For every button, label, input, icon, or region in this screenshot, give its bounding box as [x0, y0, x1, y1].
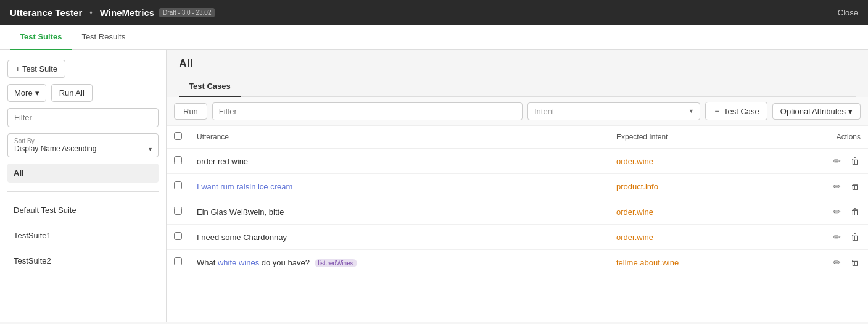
intent-cell: order.wine	[609, 149, 794, 174]
col-expected-intent: Expected Intent	[609, 126, 794, 149]
edit-button[interactable]: ✏	[832, 206, 842, 218]
header-separator: •	[89, 8, 93, 17]
main-layout: + Test Suite More ▾ Run All Sort By Disp…	[0, 50, 868, 322]
edit-button[interactable]: ✏	[832, 231, 842, 243]
select-all-checkbox[interactable]	[174, 132, 182, 140]
sidebar-more-actions: More ▾ Run All	[7, 84, 159, 102]
sidebar: + Test Suite More ▾ Run All Sort By Disp…	[0, 50, 167, 322]
table-row: I want rum raisin ice cream product.info…	[167, 174, 868, 199]
row-checkbox[interactable]	[174, 156, 182, 164]
actions-cell: ✏ 🗑	[801, 231, 861, 243]
plus-icon: ＋	[713, 106, 721, 117]
more-label: More	[14, 88, 33, 98]
sidebar-item-default[interactable]: Default Test Suite	[7, 201, 159, 220]
top-tabs: Test Suites Test Results	[0, 25, 868, 50]
delete-button[interactable]: 🗑	[849, 231, 861, 243]
actions-cell: ✏ 🗑	[801, 206, 861, 218]
utterance-link[interactable]: white wines	[218, 258, 259, 267]
app-name: WineMetrics	[100, 7, 154, 18]
utterance-cell: I want rum raisin ice cream	[189, 174, 609, 199]
table-body: order red wine order.wine ✏ 🗑	[167, 149, 868, 275]
sidebar-item-suite2[interactable]: TestSuite2	[7, 251, 159, 270]
utterance-text-before: What	[197, 258, 218, 267]
sort-value: Display Name Ascending ▾	[14, 144, 152, 153]
table-toolbar: Run Intent ＋ Test Case Optional Attribut…	[167, 97, 868, 126]
intent-cell: product.info	[609, 174, 794, 199]
table-row: I need some Chardonnay order.wine ✏ 🗑	[167, 225, 868, 250]
close-button[interactable]: Close	[838, 8, 858, 17]
utterance-text-after: do you have?	[262, 258, 310, 267]
intent-cell: order.wine	[609, 225, 794, 250]
add-test-case-button[interactable]: ＋ Test Case	[705, 102, 767, 120]
more-chevron-icon: ▾	[35, 88, 39, 98]
content-tabs: Test Cases	[179, 77, 856, 97]
optional-attributes-label: Optional Attributes	[780, 107, 846, 116]
actions-cell: ✏ 🗑	[801, 256, 861, 268]
table-header: Utterance Expected Intent Actions	[167, 126, 868, 149]
intent-cell: tellme.about.wine	[609, 250, 794, 275]
app-header: Utterance Tester • WineMetrics Draft - 3…	[0, 0, 868, 25]
actions-cell: ✏ 🗑	[801, 155, 861, 167]
run-all-button[interactable]: Run All	[51, 84, 93, 102]
utterance-cell: order red wine	[189, 149, 609, 174]
header-left: Utterance Tester • WineMetrics Draft - 3…	[10, 7, 215, 18]
run-button[interactable]: Run	[174, 103, 207, 120]
tab-test-suites[interactable]: Test Suites	[10, 25, 72, 50]
utterance-tag-badge: list.redWines	[315, 259, 357, 267]
draft-badge: Draft - 3.0 - 23.02	[159, 8, 215, 17]
optional-attributes-button[interactable]: Optional Attributes ▾	[772, 103, 861, 120]
utterance-link[interactable]: I want rum raisin ice cream	[197, 182, 292, 191]
optional-chevron-icon: ▾	[848, 107, 853, 116]
tab-test-cases[interactable]: Test Cases	[179, 77, 241, 97]
add-suite-button[interactable]: + Test Suite	[7, 60, 65, 78]
row-checkbox[interactable]	[174, 181, 182, 189]
app-title: Utterance Tester	[10, 7, 82, 18]
col-utterance: Utterance	[189, 126, 609, 149]
row-checkbox[interactable]	[174, 232, 182, 240]
delete-button[interactable]: 🗑	[849, 206, 861, 218]
actions-cell: ✏ 🗑	[801, 180, 861, 193]
utterance-cell: What white wines do you have? list.redWi…	[189, 250, 609, 275]
sidebar-item-all[interactable]: All	[7, 164, 159, 183]
edit-button[interactable]: ✏	[832, 256, 842, 268]
sort-chevron-icon: ▾	[149, 146, 152, 152]
table-row: What white wines do you have? list.redWi…	[167, 250, 868, 275]
add-test-case-label: Test Case	[724, 107, 759, 116]
sort-select[interactable]: Sort By Display Name Ascending ▾	[7, 133, 159, 157]
utterance-cell: I need some Chardonnay	[189, 225, 609, 250]
intent-select-wrapper: Intent	[527, 102, 700, 120]
col-actions: Actions	[794, 126, 868, 149]
sidebar-filter-input[interactable]	[7, 108, 159, 127]
table-area: Run Intent ＋ Test Case Optional Attribut…	[167, 97, 868, 322]
intent-cell: order.wine	[609, 199, 794, 225]
table-row: order red wine order.wine ✏ 🗑	[167, 149, 868, 174]
sidebar-actions: + Test Suite	[7, 60, 159, 78]
delete-button[interactable]: 🗑	[849, 155, 861, 167]
utterance-cell: Ein Glas Weißwein, bitte	[189, 199, 609, 225]
row-checkbox[interactable]	[174, 207, 182, 215]
row-checkbox[interactable]	[174, 257, 182, 265]
content-title: All	[179, 57, 856, 70]
edit-button[interactable]: ✏	[832, 180, 842, 193]
content-header: All Test Cases	[167, 50, 868, 97]
edit-button[interactable]: ✏	[832, 155, 842, 167]
delete-button[interactable]: 🗑	[849, 180, 861, 193]
table-row: Ein Glas Weißwein, bitte order.wine ✏ 🗑	[167, 199, 868, 225]
table-filter-input[interactable]	[212, 102, 523, 120]
sidebar-divider	[7, 191, 159, 192]
delete-button[interactable]: 🗑	[849, 256, 861, 268]
sidebar-item-suite1[interactable]: TestSuite1	[7, 226, 159, 245]
test-cases-table: Utterance Expected Intent Actions order …	[167, 126, 868, 275]
content-area: All Test Cases Run Intent ＋ Test Case	[167, 50, 868, 322]
more-button[interactable]: More ▾	[7, 84, 46, 102]
tab-test-results[interactable]: Test Results	[72, 25, 135, 50]
intent-select[interactable]: Intent	[527, 102, 700, 120]
sort-label: Sort By	[14, 138, 152, 144]
